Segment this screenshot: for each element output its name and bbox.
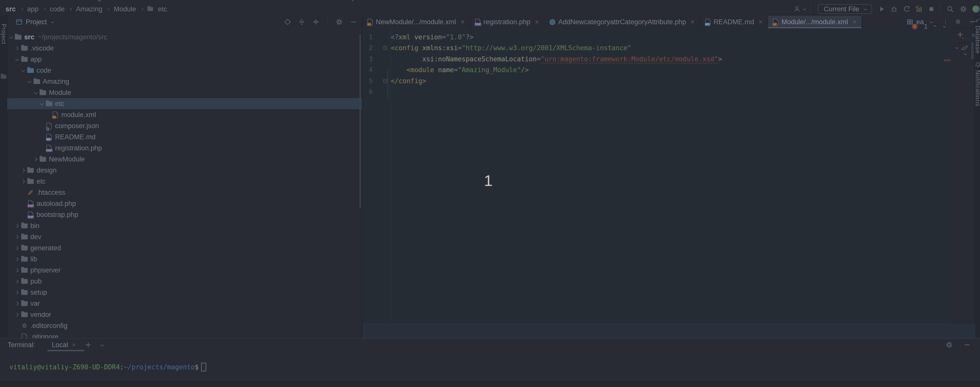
gear-icon[interactable] <box>955 18 961 25</box>
chevron-right-icon[interactable] <box>32 158 38 161</box>
breadcrumb-item-app[interactable]: app <box>27 5 38 13</box>
menu-item-help[interactable]: Help <box>342 0 356 2</box>
select-opened-file-icon[interactable] <box>284 18 291 26</box>
breadcrumb-item-etc[interactable]: etc <box>158 5 167 13</box>
tree-item-etc[interactable]: etc <box>7 98 362 109</box>
database-scrollbar[interactable] <box>971 42 974 59</box>
chevron-down-icon[interactable] <box>51 20 54 23</box>
chevron-right-icon[interactable] <box>14 258 20 261</box>
chevron-right-icon[interactable] <box>14 236 20 238</box>
menu-item-edit[interactable]: Edit <box>31 0 42 2</box>
gear-icon[interactable] <box>335 18 343 26</box>
breadcrumb-item-module[interactable]: Module <box>114 5 136 13</box>
collapse-all-icon[interactable] <box>312 18 320 26</box>
hide-panel-icon[interactable] <box>350 18 357 26</box>
expand-all-icon[interactable] <box>298 18 305 26</box>
fold-marker[interactable] <box>372 79 391 83</box>
close-icon[interactable]: × <box>460 18 465 26</box>
tree-item-module.xml[interactable]: <>module.xml <box>7 109 362 120</box>
tree-item-gitignore[interactable]: .gitignore <box>7 331 362 338</box>
breadcrumb-item-src[interactable]: src <box>6 5 16 13</box>
stop-button[interactable] <box>926 3 937 14</box>
code-editor[interactable]: 1<?xml version="1.0"?>2<config xmlns:xsi… <box>363 28 952 324</box>
prev-error-icon[interactable] <box>933 25 937 29</box>
close-icon[interactable]: × <box>72 341 76 349</box>
tree-item-setup[interactable]: setup <box>7 287 362 298</box>
editor-tab-newmodule-module-xml[interactable]: <>NewModule/.../module.xml× <box>363 16 470 28</box>
tree-item-bootstrap.php[interactable]: PHPbootstrap.php <box>7 209 362 220</box>
menu-item-view[interactable]: View <box>56 0 70 2</box>
tree-item-composer.json[interactable]: {}composer.json <box>7 120 362 131</box>
gear-icon[interactable] <box>945 341 953 349</box>
add-datasource-icon[interactable] <box>956 31 965 40</box>
database-tree-row[interactable] <box>964 53 966 55</box>
error-stripe-mark[interactable] <box>944 59 951 61</box>
stripe-button-project[interactable]: Project <box>0 24 7 45</box>
editor-tab-addnewcategoryattrcategoryattribute-php[interactable]: AddNewcategoryattrCategoryAttribute.php× <box>544 16 700 28</box>
debug-button[interactable] <box>888 3 900 14</box>
tree-item-editorconfig[interactable]: .editorconfig <box>7 320 362 331</box>
run-button[interactable] <box>876 3 888 14</box>
editor-tab-module-module-xml[interactable]: <>Module/.../module.xml× <box>768 16 862 28</box>
menu-item-refactor[interactable]: Refactor <box>154 0 179 2</box>
chevron-right-icon[interactable] <box>20 180 26 183</box>
chevron-down-icon[interactable] <box>38 102 45 105</box>
chevron-right-icon[interactable] <box>14 291 20 294</box>
database-tree-row[interactable] <box>955 44 968 51</box>
chevron-down-icon[interactable] <box>8 36 14 38</box>
hide-panel-icon[interactable] <box>963 341 971 349</box>
tree-item-amazing[interactable]: Amazing <box>7 76 362 87</box>
menu-item-vcs[interactable]: VCS <box>277 0 291 2</box>
chevron-down-icon[interactable] <box>100 342 104 347</box>
tree-scrollbar[interactable] <box>360 34 361 208</box>
tree-item-lib[interactable]: lib <box>7 254 362 265</box>
tree-item-newmodule[interactable]: NewModule <box>7 154 362 165</box>
menu-item-window[interactable]: Window <box>305 0 328 2</box>
tree-item-registration.php[interactable]: PHPregistration.php <box>7 142 362 154</box>
terminal-output[interactable]: vitaliy@vitaliy-Z690-UD-DDR4:~/projects/… <box>10 363 206 371</box>
search-everywhere-button[interactable] <box>944 3 957 14</box>
menu-item-build[interactable]: Build <box>193 0 208 2</box>
chevron-down-icon[interactable] <box>20 69 26 72</box>
tree-item-bin[interactable]: bin <box>7 220 362 231</box>
chevron-right-icon[interactable] <box>14 47 20 50</box>
tree-item-generated[interactable]: generated <box>7 242 362 254</box>
tree-item-readme.md[interactable]: MDREADME.md <box>7 131 362 142</box>
tree-item-htaccess[interactable]: .htaccess <box>7 187 362 198</box>
tree-item-vscode[interactable]: .vscode <box>7 43 362 54</box>
breadcrumb-item-code[interactable]: code <box>50 5 65 13</box>
stripe-button-notifications[interactable]: Notifications <box>975 62 980 106</box>
settings-button[interactable] <box>957 3 970 14</box>
editor-tab-registration-php[interactable]: PHPregistration.php× <box>470 16 544 28</box>
tree-item-code[interactable]: code <box>7 65 362 76</box>
tree-item-etc[interactable]: etc <box>7 176 362 187</box>
menu-item-code[interactable]: Code <box>124 0 140 2</box>
menu-item-run[interactable]: Run <box>221 0 234 2</box>
commit-tool-icon[interactable] <box>1 75 6 79</box>
profiler-button[interactable] <box>913 3 926 14</box>
tree-item-pub[interactable]: pub <box>7 276 362 287</box>
chevron-down-icon[interactable] <box>14 58 20 61</box>
chevron-right-icon[interactable] <box>14 224 20 227</box>
chevron-right-icon[interactable] <box>14 247 20 249</box>
tree-item-module[interactable]: Module <box>7 87 362 98</box>
tree-item-autoload.php[interactable]: PHPautoload.php <box>7 198 362 209</box>
breadcrumb-item-amazing[interactable]: Amazing <box>76 5 102 13</box>
chevron-right-icon[interactable] <box>14 313 20 316</box>
tree-item-design[interactable]: design <box>7 165 362 176</box>
new-terminal-icon[interactable] <box>84 341 92 349</box>
menu-item-navigate[interactable]: Navigate <box>84 0 110 2</box>
tree-item-app[interactable]: app <box>7 54 362 65</box>
tree-item-src[interactable]: src~/projects/magento/src <box>7 32 362 43</box>
editor-tab-readme-md[interactable]: MDREADME.md× <box>700 16 768 28</box>
menu-item-file[interactable]: File <box>6 0 17 2</box>
close-icon[interactable]: × <box>535 18 539 26</box>
tree-item-var[interactable]: var <box>7 298 362 309</box>
terminal-tab-local[interactable]: Local <box>52 341 68 349</box>
menu-item-tools[interactable]: Tools <box>248 0 263 2</box>
user-menu-button[interactable] <box>791 3 808 14</box>
run-configuration-select[interactable]: Current File <box>818 4 872 14</box>
coverage-button[interactable] <box>900 3 913 14</box>
chevron-right-icon[interactable] <box>14 280 20 283</box>
tree-item-phpserver[interactable]: phpserver <box>7 265 362 276</box>
